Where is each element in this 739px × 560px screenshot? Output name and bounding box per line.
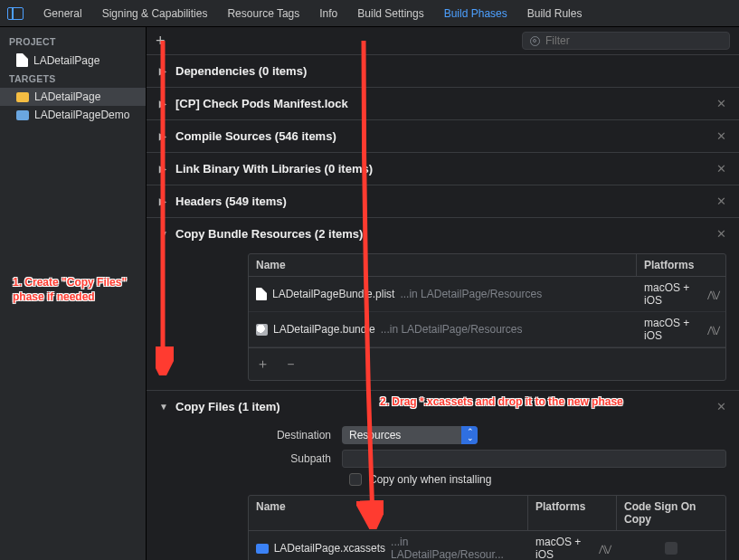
- destination-select[interactable]: Resources ⌃⌄: [342, 426, 478, 444]
- col-name[interactable]: Name: [249, 496, 528, 530]
- table-row[interactable]: LADetailPage.xcassets ...in LADetailPage…: [249, 531, 725, 560]
- file-path: ...in LADetailPage/Resources: [400, 288, 542, 300]
- phase-copy-files: ▼ Copy Files (1 item) ✕ Destination Reso…: [147, 390, 739, 560]
- file-name: LADetailPageBundle.plist: [272, 288, 394, 300]
- col-platforms[interactable]: Platforms: [637, 254, 725, 276]
- filter-field[interactable]: [522, 32, 730, 50]
- file-name: LADetailPage.bundle: [273, 323, 375, 336]
- file-path: ...in LADetailPage/Resour...: [391, 536, 521, 560]
- subpath-label: Subpath: [248, 452, 331, 465]
- plist-file-icon: [256, 288, 267, 300]
- phase-title: Compile Sources (546 items): [175, 129, 336, 143]
- phase-header[interactable]: ▼ Copy Bundle Resources (2 items): [159, 227, 726, 241]
- tab-general[interactable]: General: [43, 7, 82, 20]
- tab-build-settings[interactable]: Build Settings: [357, 7, 423, 20]
- tab-info[interactable]: Info: [319, 7, 337, 20]
- project-file-icon: [16, 53, 28, 67]
- platform-value: macOS + iOS: [535, 536, 593, 560]
- target-item-demo[interactable]: LADetailPageDemo: [0, 106, 146, 124]
- select-arrows-icon: ⌃⌄: [467, 429, 474, 441]
- chevron-right-icon: ▶: [159, 131, 168, 141]
- phase-title: Link Binary With Libraries (0 items): [175, 162, 373, 176]
- target-item-label: LADetailPageDemo: [34, 109, 129, 121]
- phase-check-pods[interactable]: ▶[CP] Check Pods Manifest.lock ✕: [147, 87, 739, 119]
- build-phases-content: + ▶Dependencies (0 items) ▶[CP] Check Po…: [147, 27, 739, 560]
- copy-only-installing-checkbox[interactable]: [349, 473, 362, 486]
- phase-title: Headers (549 items): [175, 195, 287, 208]
- bundle-file-icon: [256, 324, 268, 336]
- stepper-icon[interactable]: ⋀⋁: [599, 544, 610, 554]
- targets-section-label: TARGETS: [0, 70, 146, 88]
- remove-phase-button[interactable]: ✕: [716, 162, 726, 176]
- app-target-icon: [16, 110, 29, 120]
- phase-title: [CP] Check Pods Manifest.lock: [175, 97, 348, 110]
- tab-build-phases[interactable]: Build Phases: [444, 7, 507, 20]
- framework-target-icon: [16, 92, 29, 102]
- chevron-right-icon: ▶: [159, 99, 168, 109]
- add-phase-button[interactable]: +: [156, 32, 166, 51]
- phase-link-binary[interactable]: ▶Link Binary With Libraries (0 items) ✕: [147, 152, 739, 185]
- filter-input[interactable]: [545, 34, 722, 47]
- phase-compile-sources[interactable]: ▶Compile Sources (546 items) ✕: [147, 119, 739, 152]
- col-codesign[interactable]: Code Sign On Copy: [617, 496, 725, 530]
- table-row[interactable]: LADetailPageBundle.plist ...in LADetailP…: [249, 277, 725, 312]
- target-item-framework[interactable]: LADetailPage: [0, 88, 146, 106]
- col-platforms[interactable]: Platforms: [528, 496, 617, 530]
- copy-files-table: Name Platforms Code Sign On Copy LADetai…: [248, 495, 726, 560]
- subpath-input[interactable]: [342, 450, 726, 468]
- chevron-right-icon: ▶: [159, 164, 168, 174]
- phase-dependencies[interactable]: ▶Dependencies (0 items): [147, 54, 739, 87]
- remove-phase-button[interactable]: ✕: [716, 195, 726, 208]
- add-file-button[interactable]: ＋: [256, 356, 270, 373]
- chevron-right-icon: ▶: [159, 66, 168, 76]
- remove-file-button[interactable]: －: [284, 356, 298, 373]
- resources-table: Name Platforms LADetailPageBundle.plist …: [248, 253, 726, 381]
- table-toolbar: ＋ －: [249, 347, 725, 380]
- tab-signing[interactable]: Signing & Capabilities: [102, 7, 208, 20]
- platform-value: macOS + iOS: [644, 281, 702, 307]
- project-section-label: PROJECT: [0, 33, 146, 51]
- filter-icon: [530, 36, 540, 46]
- platform-value: macOS + iOS: [644, 317, 702, 342]
- file-name: LADetailPage.xcassets: [274, 542, 385, 555]
- tab-build-rules[interactable]: Build Rules: [527, 7, 583, 20]
- phase-headers[interactable]: ▶Headers (549 items) ✕: [147, 185, 739, 217]
- tab-resource-tags[interactable]: Resource Tags: [227, 7, 299, 20]
- project-item-label: LADetailPage: [33, 54, 99, 67]
- chevron-down-icon: ▼: [159, 229, 168, 239]
- remove-phase-button[interactable]: ✕: [716, 227, 726, 241]
- top-tab-bar: General Signing & Capabilities Resource …: [0, 0, 739, 27]
- phase-title: Dependencies (0 items): [175, 64, 307, 78]
- target-sidebar: PROJECT LADetailPage TARGETS LADetailPag…: [0, 27, 147, 560]
- destination-label: Destination: [248, 429, 331, 441]
- remove-phase-button[interactable]: ✕: [716, 97, 726, 110]
- remove-phase-button[interactable]: ✕: [716, 129, 726, 143]
- phase-title: Copy Files (1 item): [175, 400, 280, 413]
- codesign-checkbox[interactable]: [665, 542, 677, 555]
- left-panel-toggle-icon[interactable]: [7, 7, 24, 20]
- chevron-down-icon: ▼: [159, 402, 168, 412]
- destination-value: Resources: [349, 429, 401, 441]
- phase-copy-bundle: ▼ Copy Bundle Resources (2 items) ✕ Name…: [147, 217, 739, 390]
- chevron-right-icon: ▶: [159, 196, 168, 206]
- col-name[interactable]: Name: [249, 254, 637, 276]
- file-path: ...in LADetailPage/Resources: [381, 323, 523, 336]
- copy-only-installing-label: Copy only when installing: [369, 473, 491, 486]
- target-item-label: LADetailPage: [34, 90, 100, 103]
- table-row[interactable]: LADetailPage.bundle ...in LADetailPage/R…: [249, 312, 725, 347]
- phase-header[interactable]: ▼ Copy Files (1 item): [159, 400, 726, 413]
- stepper-icon[interactable]: ⋀⋁: [707, 325, 718, 335]
- phase-title: Copy Bundle Resources (2 items): [175, 227, 363, 241]
- asset-catalog-icon: [256, 544, 269, 554]
- project-item[interactable]: LADetailPage: [0, 51, 146, 70]
- phases-toolbar: +: [147, 27, 739, 54]
- remove-phase-button[interactable]: ✕: [716, 400, 726, 413]
- stepper-icon[interactable]: ⋀⋁: [707, 289, 718, 299]
